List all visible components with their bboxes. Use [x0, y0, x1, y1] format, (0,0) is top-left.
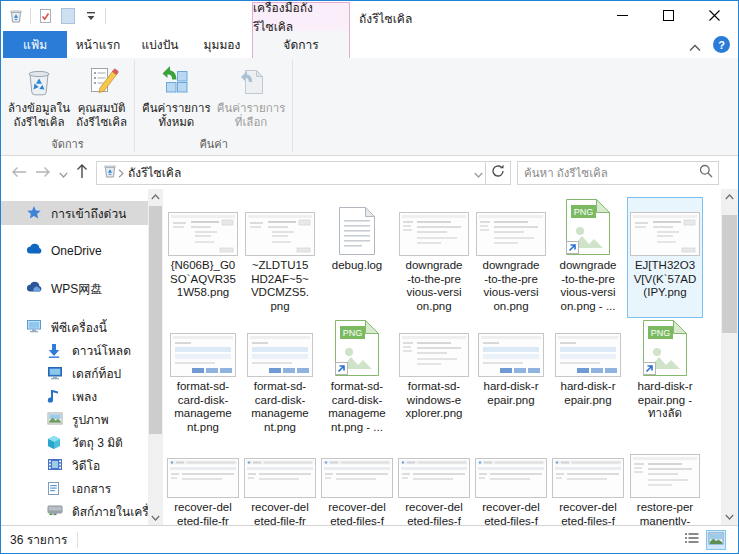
- file-tile-8[interactable]: format-sd- card-disk- manageme nt.png: [242, 318, 318, 439]
- file-name: ~ZLDTU15 HD2AF~5~ VDCMZS5. png: [251, 259, 309, 313]
- screenshot-thumbnail-a: [245, 198, 315, 256]
- breadcrumb-chevron-icon: [118, 164, 124, 182]
- new-item-icon[interactable]: [59, 7, 77, 25]
- file-tile-19[interactable]: recover-del eted-files-f rom-recycl e-bi…: [550, 439, 626, 525]
- recycle-bin-properties-icon: [85, 64, 119, 98]
- file-tile-14[interactable]: recover-del eted-file-fr om-recycle -bin…: [165, 439, 241, 525]
- file-tile-10[interactable]: format-sd- windows-e xplorer.png: [396, 318, 472, 439]
- sidebar-item-1[interactable]: OneDrive: [1, 239, 163, 263]
- sidebar-item-11[interactable]: ดิสก์ภายในเครื่อง (C: [1, 500, 163, 523]
- refresh-button[interactable]: [486, 161, 511, 185]
- scroll-up-icon[interactable]: [721, 189, 738, 205]
- png-shortcut-icon: PNG: [563, 198, 613, 256]
- main-scrollbar[interactable]: [721, 189, 738, 525]
- screenshot-dialog-thumbnail: [478, 319, 544, 377]
- search-box: [517, 161, 719, 185]
- collapse-ribbon-icon[interactable]: [689, 38, 701, 56]
- ribbon-button-1-0[interactable]: คืนค่ารายการ ทั้งหมด: [139, 60, 214, 131]
- screenshot-dialog-thumbnail: [555, 319, 621, 377]
- file-tile-1[interactable]: ~ZLDTU15 HD2AF~5~ VDCMZS5. png: [242, 197, 318, 318]
- scroll-down-icon[interactable]: [148, 510, 163, 525]
- scrollbar-thumb[interactable]: [149, 206, 162, 434]
- ribbon-group-0: ล้างข้อมูลใน ถังรีไซเคิลคุณสมบัติ ถังรีไ…: [1, 58, 134, 155]
- file-tile-5[interactable]: PNGdowngrade -to-the-pre vious-versi on.…: [550, 197, 626, 318]
- navigation-pane: การเข้าถึงด่วนOneDriveWPS网盘พีซีเครื่องนี…: [1, 189, 163, 525]
- sidebar-item-6[interactable]: เพลง: [1, 385, 163, 408]
- customize-toolbar-arrow-icon[interactable]: [82, 7, 100, 25]
- file-tile-15[interactable]: recover-del eted-file-fr om-recycle -bin…: [242, 439, 318, 525]
- restore-all-items-icon: [159, 64, 193, 98]
- tab-1[interactable]: แบ่งปัน: [129, 31, 191, 58]
- up-icon[interactable]: [76, 163, 88, 183]
- sidebar-item-label: พีซีเครื่องนี้: [51, 318, 107, 337]
- sidebar-item-5[interactable]: เดสก์ท็อป: [1, 362, 163, 385]
- properties-check-icon[interactable]: [36, 7, 54, 25]
- sidebar-item-0[interactable]: การเข้าถึงด่วน: [1, 201, 163, 225]
- file-tile-7[interactable]: format-sd- card-disk- manageme nt.png: [165, 318, 241, 439]
- file-tile-4[interactable]: downgrade -to-the-pre vious-versi on.png: [473, 197, 549, 318]
- file-name: downgrade -to-the-pre vious-versi on.png: [483, 259, 540, 313]
- empty-recycle-bin-icon: [22, 64, 56, 98]
- sidebar-item-7[interactable]: รูปภาพ: [1, 408, 163, 431]
- sidebar-item-8[interactable]: วัตถุ 3 มิติ: [1, 431, 163, 454]
- back-icon[interactable]: [11, 164, 27, 182]
- tab-manage-active[interactable]: จัดการ: [252, 31, 350, 58]
- close-button[interactable]: [691, 1, 737, 31]
- file-name: hard-disk-r epair.png: [484, 380, 539, 407]
- file-name: hard-disk-r epair.png - ทางลัด: [638, 380, 693, 421]
- scroll-up-icon[interactable]: [148, 189, 163, 204]
- file-tile-16[interactable]: recover-del eted-files-f rom-recycl e-bi…: [319, 439, 395, 525]
- sidebar-item-9[interactable]: วิดีโอ: [1, 454, 163, 477]
- search-input[interactable]: [524, 167, 699, 179]
- file-tile-9[interactable]: PNGformat-sd- card-disk- manageme nt.png…: [319, 318, 395, 439]
- thumbnails-view-button[interactable]: [706, 530, 726, 550]
- file-tile-3[interactable]: downgrade -to-the-pre vious-versi on.png: [396, 197, 472, 318]
- ribbon-button-0-1[interactable]: คุณสมบัติ ถังรีไซเคิล: [73, 60, 130, 131]
- maximize-button[interactable]: [645, 1, 691, 31]
- videos-icon: [47, 458, 63, 474]
- address-dropdown-icon[interactable]: [474, 164, 483, 182]
- file-list-pane: {N606B}_G0 SO`AQVR35 1W58.png~ZLDTU15 HD…: [163, 189, 738, 525]
- details-view-button[interactable]: [682, 530, 702, 550]
- file-name: recover-del eted-file-fr om-recycle -bin…: [174, 501, 232, 525]
- screenshot-dialog-thumbnail: [247, 319, 313, 377]
- file-tile-20[interactable]: restore-per manently- deleted-file s-fro…: [627, 439, 703, 525]
- file-name: recover-del eted-files-f rom-recycl e-bi…: [559, 501, 617, 525]
- file-name: downgrade -to-the-pre vious-versi on.png…: [560, 259, 617, 313]
- ribbon-button-label: คืนค่ารายการ ทั้งหมด: [142, 101, 211, 129]
- file-name: downgrade -to-the-pre vious-versi on.png: [406, 259, 463, 313]
- file-name: recover-del eted-file-fr om-recycle -bin…: [251, 501, 309, 525]
- sidebar-item-2[interactable]: WPS网盘: [1, 277, 163, 301]
- sidebar-item-4[interactable]: ดาวน์โหลด: [1, 339, 163, 362]
- downloads-icon: [47, 343, 63, 359]
- file-tile-11[interactable]: hard-disk-r epair.png: [473, 318, 549, 439]
- address-bar[interactable]: ถังรีไซเคิล: [96, 161, 486, 185]
- ribbon-group-label: จัดการ: [5, 135, 130, 155]
- file-tile-0[interactable]: {N606B}_G0 SO`AQVR35 1W58.png: [165, 197, 241, 318]
- file-tile-13[interactable]: PNGhard-disk-r epair.png - ทางลัด: [627, 318, 703, 439]
- scroll-down-icon[interactable]: [721, 509, 738, 525]
- file-name: format-sd- windows-e xplorer.png: [406, 380, 463, 421]
- file-name: format-sd- card-disk- manageme nt.png: [251, 380, 309, 434]
- minimize-button[interactable]: [599, 1, 645, 31]
- ribbon-button-0-0[interactable]: ล้างข้อมูลใน ถังรีไซเคิล: [5, 60, 73, 131]
- file-tile-18[interactable]: recover-del eted-files-f rom-recycl e-bi…: [473, 439, 549, 525]
- tab-file[interactable]: แฟ้ม: [3, 31, 67, 58]
- file-tile-12[interactable]: hard-disk-r epair.png: [550, 318, 626, 439]
- ribbon-group-label: คืนค่า: [139, 135, 288, 155]
- tab-0[interactable]: หน้าแรก: [67, 31, 129, 58]
- help-icon[interactable]: ?: [713, 36, 730, 57]
- file-tile-2[interactable]: debug.log: [319, 197, 395, 318]
- sidebar-scrollbar[interactable]: [148, 189, 163, 525]
- tab-2[interactable]: มุมมอง: [191, 31, 253, 58]
- history-dropdown-icon[interactable]: [59, 164, 68, 182]
- file-name: recover-del eted-files-f rom-recycl e-bi…: [405, 501, 463, 525]
- sidebar-item-3[interactable]: พีซีเครื่องนี้: [1, 315, 163, 339]
- sidebar-item-10[interactable]: เอกสาร: [1, 477, 163, 500]
- breadcrumb[interactable]: ถังรีไซเคิล: [128, 163, 474, 182]
- forward-icon[interactable]: [35, 164, 51, 182]
- scrollbar-thumb[interactable]: [722, 215, 737, 333]
- file-tile-17[interactable]: recover-del eted-files-f rom-recycl e-bi…: [396, 439, 472, 525]
- file-tile-6[interactable]: EJ[TH32O3 V[V(K`57AD (IPY.png: [627, 197, 703, 318]
- screenshot-wide-thumbnail: [167, 440, 239, 498]
